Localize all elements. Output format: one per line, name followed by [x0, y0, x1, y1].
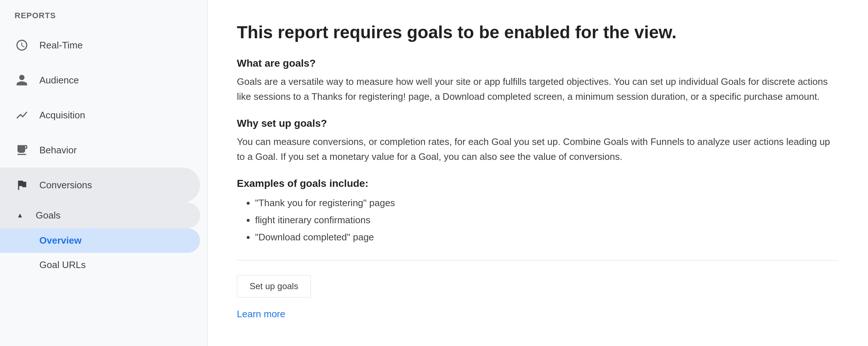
main-content: This report requires goals to be enabled…	[208, 0, 868, 346]
acquisition-icon	[15, 108, 29, 122]
sidebar: REPORTS Real-Time Audience Acquisition	[0, 0, 208, 346]
page-title: This report requires goals to be enabled…	[237, 22, 839, 43]
sidebar-child-item-overview[interactable]: Overview	[0, 228, 200, 253]
divider	[237, 260, 839, 260]
flag-icon	[15, 178, 29, 192]
sidebar-child-label-goal-urls: Goal URLs	[39, 259, 86, 271]
what-are-goals-text: Goals are a versatile way to measure how…	[237, 74, 839, 105]
why-set-up-text: You can measure conversions, or completi…	[237, 134, 839, 165]
list-item: "Thank you for registering" pages	[255, 194, 839, 212]
sidebar-child-item-goal-urls[interactable]: Goal URLs	[0, 253, 200, 277]
learn-more-link[interactable]: Learn more	[237, 308, 839, 320]
list-item: "Download completed" page	[255, 229, 839, 246]
person-icon	[15, 73, 29, 87]
sidebar-item-acquisition[interactable]: Acquisition	[0, 98, 200, 133]
sidebar-item-goals[interactable]: ▲ Goals	[0, 203, 200, 228]
sidebar-child-label-overview: Overview	[39, 235, 82, 246]
sidebar-item-realtime[interactable]: Real-Time	[0, 28, 200, 63]
sidebar-item-label-acquisition: Acquisition	[39, 110, 85, 121]
setup-goals-button[interactable]: Set up goals	[237, 275, 311, 298]
sidebar-section-label: REPORTS	[0, 7, 207, 28]
sidebar-item-label-behavior: Behavior	[39, 145, 77, 156]
sidebar-item-label-realtime: Real-Time	[39, 40, 83, 51]
sidebar-item-conversions[interactable]: Conversions	[0, 168, 200, 203]
triangle-icon: ▲	[15, 210, 26, 221]
what-are-goals-heading: What are goals?	[237, 58, 839, 69]
sidebar-item-label-goals: Goals	[36, 210, 60, 221]
sidebar-item-audience[interactable]: Audience	[0, 63, 200, 98]
clock-icon	[15, 38, 29, 52]
list-item: flight itinerary confirmations	[255, 212, 839, 229]
behavior-icon	[15, 143, 29, 157]
why-set-up-heading: Why set up goals?	[237, 118, 839, 129]
examples-list: "Thank you for registering" pages flight…	[237, 194, 839, 245]
sidebar-item-label-audience: Audience	[39, 75, 79, 86]
sidebar-item-label-conversions: Conversions	[39, 180, 92, 191]
examples-heading: Examples of goals include:	[237, 178, 839, 189]
sidebar-item-behavior[interactable]: Behavior	[0, 133, 200, 168]
